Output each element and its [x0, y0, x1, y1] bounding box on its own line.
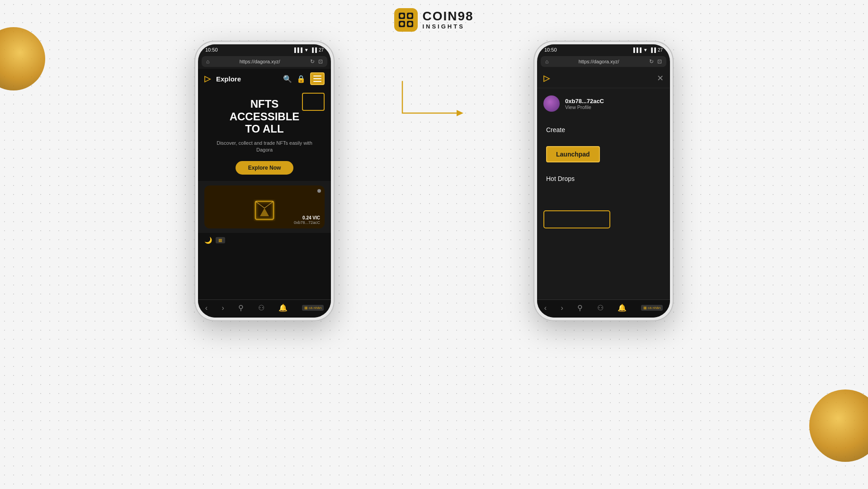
nft-price-row: 0.24 VIC 0xb78...72acC [294, 215, 320, 225]
phone2-battery-icon: ▐▐ [650, 47, 656, 52]
phone2-url: https://dagora.xyz/ [552, 59, 646, 64]
logo-icon [394, 8, 418, 32]
phone2-vics-small-icon: ▦ [643, 306, 647, 310]
dagora-logo: ▷ [204, 74, 211, 84]
phone2-inner: 10:50 ▐▐▐ ▼ ▐▐ 27 ⌂ https://dagora.xyz/ … [537, 44, 670, 318]
svg-line-10 [264, 201, 274, 208]
deco-circle-right [809, 389, 868, 462]
phone1-browser-bar[interactable]: ⌂ https://dagora.xyz/ ↻ ⊡ [202, 56, 327, 67]
menu-line-3 [313, 81, 321, 82]
dagora-logo-2: ▷ [543, 73, 550, 83]
battery-icon: ▐▐ [311, 47, 317, 52]
create-menu-item[interactable]: Create [537, 120, 670, 140]
people-icon[interactable]: ⚇ [258, 304, 264, 312]
hero-title: NFTS ACCESSIBLE TO ALL [204, 98, 325, 135]
wallet-address: 0xb78...72acC [565, 98, 604, 104]
profile-row[interactable]: 0xb78...72acC View Profile [537, 88, 670, 116]
phone1-time: 10:50 [205, 47, 218, 52]
arrow-connector [389, 68, 479, 158]
phone2-wifi-icon: ▼ [643, 47, 648, 52]
phone2-wrapper: 10:50 ▐▐▐ ▼ ▐▐ 27 ⌂ https://dagora.xyz/ … [533, 41, 674, 321]
phone2-battery-num: 27 [658, 47, 663, 52]
phone2-tabs-icon[interactable]: ⊡ [657, 58, 662, 65]
refresh-icon[interactable]: ↻ [310, 58, 315, 65]
view-profile-link[interactable]: View Profile [565, 104, 604, 110]
phone2: 10:50 ▐▐▐ ▼ ▐▐ 27 ⌂ https://dagora.xyz/ … [533, 41, 674, 321]
phone2-status-bar: 10:50 ▐▐▐ ▼ ▐▐ 27 [537, 44, 670, 54]
search-icon[interactable]: 🔍 [283, 75, 292, 83]
lock-icon[interactable]: 🔒 [297, 75, 306, 83]
phone1-content-spacer: 🌙 ▦ [198, 233, 331, 299]
phone2-home-icon: ⌂ [545, 58, 548, 65]
nft-dot-badge [317, 189, 321, 193]
battery-num: 27 [319, 47, 324, 52]
main-content: 10:50 ▐▐▐ ▼ ▐▐ 27 ⌂ https://dagora.xyz/ … [0, 41, 868, 321]
nav-explore-label: Explore [216, 75, 278, 83]
logo-coin98: COIN98 [422, 9, 473, 24]
home-icon: ⌂ [206, 58, 209, 65]
drawer-menu-list: Create Launchpad Hot Drops [537, 116, 670, 299]
header: COIN98 INSIGHTS [0, 0, 868, 32]
phone2-status-icons: ▐▐▐ ▼ ▐▐ 27 [632, 47, 663, 52]
profile-info: 0xb78...72acC View Profile [565, 98, 604, 110]
svg-line-9 [255, 201, 264, 208]
phone2-refresh-icon[interactable]: ↻ [649, 58, 654, 65]
svg-point-5 [408, 14, 412, 18]
phone2-time: 10:50 [544, 47, 557, 52]
phone2-forward-icon[interactable]: › [561, 304, 563, 312]
phone1-inner: 10:50 ▐▐▐ ▼ ▐▐ 27 ⌂ https://dagora.xyz/ … [198, 44, 331, 318]
phone1-hero: NFTS ACCESSIBLE TO ALL Discover, collect… [198, 89, 331, 181]
phone1-search-icon[interactable]: ⚲ [238, 304, 244, 312]
wifi-icon: ▼ [304, 47, 309, 52]
explore-now-button[interactable]: Explore Now [236, 161, 294, 175]
vics-badge: ▦ [216, 237, 225, 243]
phone2-browser-actions: ↻ ⊡ [649, 58, 662, 65]
menu-line-2 [313, 78, 321, 79]
user-avatar [543, 95, 560, 112]
forward-icon[interactable]: › [222, 304, 224, 312]
phone2-search-icon[interactable]: ⚲ [577, 304, 583, 312]
logo-text: COIN98 INSIGHTS [422, 9, 473, 30]
tabs-icon[interactable]: ⊡ [318, 58, 323, 65]
phone1-wrapper: 10:50 ▐▐▐ ▼ ▐▐ 27 ⌂ https://dagora.xyz/ … [194, 41, 335, 321]
phone2-back-icon[interactable]: ‹ [544, 304, 547, 312]
phone1-browser-actions: ↻ ⊡ [310, 58, 323, 65]
phone2-signal-icon: ▐▐▐ [632, 47, 642, 52]
phone2-notifications-icon[interactable]: 🔔 [618, 304, 627, 312]
nft-price: 0.24 VIC [294, 215, 320, 220]
hotdrops-menu-item[interactable]: Hot Drops [537, 169, 670, 189]
back-icon[interactable]: ‹ [205, 304, 208, 312]
phone2-ca-nhan[interactable]: ▦ cá nhân [641, 305, 663, 311]
phone1-status-icons: ▐▐▐ ▼ ▐▐ 27 [293, 47, 324, 52]
vics-small-icon: ▦ [304, 306, 308, 310]
launchpad-label: Launchpad [546, 146, 600, 162]
moon-icon: 🌙 [204, 237, 212, 244]
phone2-people-icon[interactable]: ⚇ [597, 304, 604, 312]
phone2-browser-bar[interactable]: ⌂ https://dagora.xyz/ ↻ ⊡ [541, 56, 666, 67]
svg-point-7 [408, 22, 412, 26]
phone1-nav: ▷ Explore 🔍 🔒 [198, 69, 331, 89]
nft-artwork [249, 199, 280, 226]
phone1-url: https://dagora.xyz/ [213, 59, 307, 64]
close-button[interactable]: ✕ [657, 73, 664, 83]
vics-icon: ▦ [218, 238, 222, 242]
phone2-topbar: ▷ ✕ [537, 69, 670, 88]
svg-marker-12 [457, 110, 463, 116]
phone2-bottom-nav: ‹ › ⚲ ⚇ 🔔 ▦ cá nhân [537, 299, 670, 318]
phone1-ca-nhan[interactable]: ▦ cá nhân [302, 305, 324, 311]
phone1: 10:50 ▐▐▐ ▼ ▐▐ 27 ⌂ https://dagora.xyz/ … [194, 41, 335, 321]
nav-icons: 🔍 🔒 [283, 72, 325, 85]
launchpad-menu-item[interactable]: Launchpad [537, 140, 670, 169]
phone1-bottom-nav: ‹ › ⚲ ⚇ 🔔 ▦ cá nhân [198, 299, 331, 318]
notifications-icon[interactable]: 🔔 [278, 304, 288, 312]
hero-subtitle: Discover, collect and trade NFTs easily … [204, 140, 325, 154]
nft-address: 0xb78...72acC [294, 220, 320, 225]
phone1-status-bar: 10:50 ▐▐▐ ▼ ▐▐ 27 [198, 44, 331, 54]
connector-arrow [389, 68, 479, 158]
signal-icon: ▐▐▐ [293, 47, 302, 52]
svg-point-6 [400, 22, 404, 26]
menu-line-1 [313, 76, 321, 76]
svg-point-4 [400, 14, 404, 18]
menu-button[interactable] [310, 72, 325, 85]
logo-insights: INSIGHTS [422, 24, 473, 30]
